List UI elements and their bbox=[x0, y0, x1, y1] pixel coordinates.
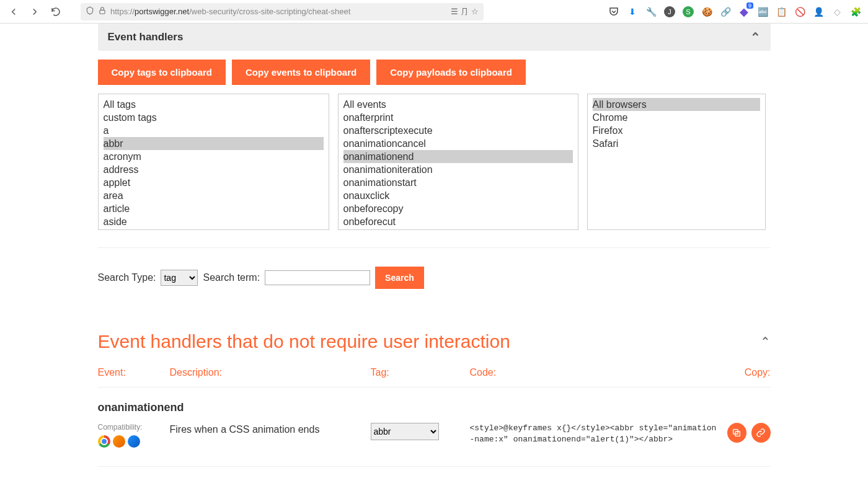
nav-reload-button[interactable] bbox=[47, 3, 64, 20]
events-listbox[interactable]: All eventsonafterprintonafterscriptexecu… bbox=[338, 94, 578, 230]
list-item[interactable]: onanimationcancel bbox=[343, 137, 573, 150]
firefox-icon bbox=[113, 435, 125, 448]
result-event-name: onanimationend bbox=[98, 388, 771, 417]
list-item[interactable]: onanimationend bbox=[343, 150, 573, 163]
extension-purple-icon[interactable]: ◆9 bbox=[737, 4, 751, 19]
diamond-icon[interactable]: ◇ bbox=[830, 4, 844, 19]
col-event: Event: bbox=[98, 367, 170, 378]
downloads-icon[interactable]: ⬇ bbox=[625, 4, 640, 19]
search-term-label: Search term: bbox=[203, 272, 260, 283]
list-item[interactable]: Firefox bbox=[593, 124, 760, 137]
result-description: Fires when a CSS animation ends bbox=[170, 423, 371, 448]
copy-buttons-row: Copy tags to clipboard Copy events to cl… bbox=[98, 51, 771, 94]
section-header[interactable]: Event handlers ⌃ bbox=[98, 24, 771, 51]
list-item[interactable]: Safari bbox=[593, 137, 760, 150]
list-item[interactable]: aside bbox=[104, 215, 324, 228]
url-bar[interactable]: https://portswigger.net/web-security/cro… bbox=[81, 3, 484, 20]
cookie-icon[interactable]: 🍪 bbox=[699, 4, 714, 19]
ghost-icon[interactable]: 👤 bbox=[811, 4, 826, 19]
heading-no-interaction: Event handlers that do not require user … bbox=[98, 331, 771, 352]
list-item[interactable]: All browsers bbox=[593, 98, 760, 111]
copy-link-button[interactable] bbox=[751, 423, 771, 443]
list-item[interactable]: custom tags bbox=[104, 111, 324, 124]
list-item[interactable]: All tags bbox=[104, 98, 324, 111]
bookmark-star-icon[interactable]: ☆ bbox=[471, 7, 479, 16]
list-item[interactable]: onafterscriptexecute bbox=[343, 124, 573, 137]
chevron-up-icon: ⌃ bbox=[750, 31, 761, 43]
copy-code-button[interactable] bbox=[727, 423, 746, 443]
list-item[interactable]: Chrome bbox=[593, 111, 760, 124]
search-type-label: Search Type: bbox=[98, 272, 156, 283]
copy-payloads-button[interactable]: Copy payloads to clipboard bbox=[376, 60, 526, 85]
col-copy: Copy: bbox=[733, 367, 771, 378]
search-term-input[interactable] bbox=[265, 270, 370, 285]
chevron-up-icon[interactable]: ⌃ bbox=[760, 335, 771, 348]
compat-label: Compatibility: bbox=[98, 423, 170, 432]
list-item[interactable]: onbeforecut bbox=[343, 215, 573, 228]
result-row: Compatibility: Fires when a CSS animatio… bbox=[98, 417, 771, 467]
list-item[interactable]: onanimationiteration bbox=[343, 163, 573, 176]
nav-back-button[interactable] bbox=[5, 3, 22, 20]
search-type-select[interactable]: tag bbox=[161, 270, 198, 286]
column-headers: Event: Description: Tag: Code: Copy: bbox=[98, 352, 771, 388]
shield-icon bbox=[86, 6, 94, 17]
tags-listbox[interactable]: All tagscustom tagsaabbracronymaddressap… bbox=[98, 94, 329, 230]
list-item[interactable]: onanimationstart bbox=[343, 176, 573, 189]
col-code: Code: bbox=[470, 367, 733, 378]
list-item[interactable]: a bbox=[104, 124, 324, 137]
list-item[interactable]: applet bbox=[104, 176, 324, 189]
col-tag: Tag: bbox=[371, 367, 470, 378]
translate-ext-icon[interactable]: 🔤 bbox=[755, 4, 770, 19]
url-text: https://portswigger.net/web-security/cro… bbox=[110, 7, 447, 16]
list-item[interactable]: address bbox=[104, 163, 324, 176]
search-row: Search Type: tag Search term: Search bbox=[98, 247, 771, 300]
notes-icon[interactable]: 📋 bbox=[774, 4, 789, 19]
result-code: <style>@keyframes x{}</style><abbr style… bbox=[470, 423, 727, 448]
list-item[interactable]: area bbox=[104, 189, 324, 202]
extensions-puzzle-icon[interactable]: 🧩 bbox=[848, 4, 863, 19]
list-item[interactable]: All events bbox=[343, 98, 573, 111]
account-icon[interactable]: J bbox=[662, 4, 677, 19]
translate-icon[interactable]: ⺆ bbox=[461, 6, 469, 17]
search-button[interactable]: Search bbox=[375, 267, 424, 289]
list-item[interactable]: acronym bbox=[104, 150, 324, 163]
svg-rect-0 bbox=[100, 10, 105, 14]
chrome-icon bbox=[98, 435, 110, 448]
list-item[interactable]: onafterprint bbox=[343, 111, 573, 124]
list-item[interactable]: article bbox=[104, 202, 324, 215]
extension-icon-green[interactable]: S bbox=[681, 4, 696, 19]
list-item[interactable]: onbeforecopy bbox=[343, 202, 573, 215]
wrench-icon[interactable]: 🔧 bbox=[644, 4, 658, 19]
copy-tags-button[interactable]: Copy tags to clipboard bbox=[98, 60, 226, 85]
list-item[interactable]: onauxclick bbox=[343, 189, 573, 202]
list-row: All tagscustom tagsaabbracronymaddressap… bbox=[98, 94, 771, 230]
col-description: Description: bbox=[170, 367, 371, 378]
link-icon[interactable]: 🔗 bbox=[718, 4, 733, 19]
pocket-icon[interactable] bbox=[606, 4, 621, 19]
section-title: Event handlers bbox=[108, 31, 184, 43]
result-tag-select[interactable]: abbr bbox=[371, 423, 439, 440]
browser-toolbar: https://portswigger.net/web-security/cro… bbox=[0, 0, 868, 24]
list-item[interactable]: abbr bbox=[104, 137, 324, 150]
browsers-listbox[interactable]: All browsersChromeFirefoxSafari bbox=[587, 94, 766, 230]
copy-events-button[interactable]: Copy events to clipboard bbox=[232, 60, 370, 85]
nav-forward-button[interactable] bbox=[26, 3, 43, 20]
lock-icon bbox=[98, 6, 107, 17]
noscript-icon[interactable]: 🚫 bbox=[792, 4, 807, 19]
reader-icon[interactable]: ☰ bbox=[451, 7, 458, 16]
safari-icon bbox=[128, 435, 140, 448]
